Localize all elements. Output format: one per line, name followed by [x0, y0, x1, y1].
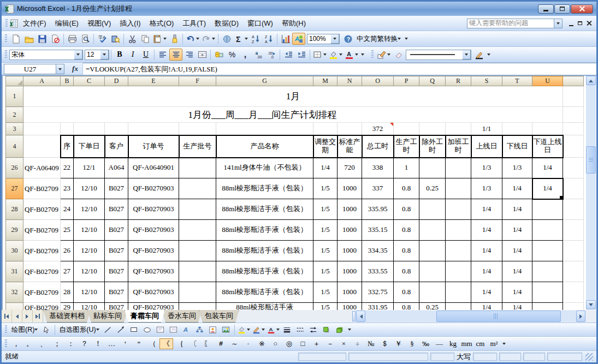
- cell[interactable]: [532, 241, 563, 261]
- horizontal-scrollbar[interactable]: [356, 311, 585, 322]
- cell[interactable]: 1/4: [502, 178, 532, 199]
- cell[interactable]: [74, 123, 105, 135]
- header-std-capacity[interactable]: 标准产能: [338, 135, 362, 158]
- menu-item[interactable]: 窗口(W): [243, 17, 277, 30]
- sheet-tab-packing-shop[interactable]: 包装车间: [199, 310, 239, 323]
- header-next-start[interactable]: 下道上线日: [532, 135, 563, 158]
- symbol-button[interactable]: ‘: [119, 338, 132, 349]
- autosum-button[interactable]: Σ: [233, 33, 249, 45]
- cell[interactable]: [394, 123, 419, 135]
- cell-stub[interactable]: [563, 282, 584, 303]
- cell-stub[interactable]: [563, 178, 584, 199]
- cell[interactable]: 720: [338, 158, 362, 178]
- draw-menu-button[interactable]: 绘图(R): [9, 324, 40, 336]
- cell-stub[interactable]: [563, 220, 584, 241]
- cell[interactable]: [446, 178, 471, 199]
- cell[interactable]: [446, 261, 471, 282]
- cell[interactable]: B027: [105, 199, 128, 220]
- cell[interactable]: 1000: [338, 178, 362, 199]
- symbol-button[interactable]: —: [433, 338, 446, 349]
- cell[interactable]: 1/4: [471, 220, 502, 241]
- cell[interactable]: 88ml棱形瓶洁手液: [216, 303, 313, 311]
- cell[interactable]: QF-B0270903: [128, 261, 179, 282]
- cell[interactable]: [532, 220, 563, 241]
- symbol-button[interactable]: mm: [460, 338, 473, 349]
- cell[interactable]: 1/5: [313, 220, 338, 241]
- workbook-minimize-icon[interactable]: [569, 25, 573, 26]
- symbol-button[interactable]: □: [296, 338, 310, 349]
- toolbar-grip[interactable]: [371, 50, 374, 59]
- cell[interactable]: QF-B0270903: [128, 178, 179, 199]
- cell-stub[interactable]: [563, 107, 584, 123]
- cell[interactable]: QF-B0270903: [128, 241, 179, 261]
- toolbar-options-button[interactable]: [359, 49, 366, 61]
- symbol-button[interactable]: ｛: [173, 338, 187, 349]
- vertical-scroll-track[interactable]: [586, 85, 596, 300]
- row-header-29[interactable]: 29: [6, 220, 23, 241]
- toolbar-options-button[interactable]: [403, 33, 410, 45]
- cell[interactable]: B027: [105, 178, 128, 199]
- symbol-button[interactable]: 、: [37, 338, 50, 349]
- symbol-button[interactable]: （: [146, 338, 159, 349]
- column-header-u-selected[interactable]: U: [532, 76, 563, 86]
- fill-color-button[interactable]: [236, 324, 251, 336]
- symbol-button-pressed[interactable]: 《: [159, 338, 173, 349]
- cell[interactable]: 1000: [338, 282, 362, 303]
- cell[interactable]: 1000: [338, 199, 362, 220]
- column-header-t[interactable]: T: [502, 76, 532, 86]
- menu-item[interactable]: 编辑(E): [51, 17, 83, 30]
- cell[interactable]: 0.8: [394, 303, 419, 311]
- comma-style-button[interactable]: ,: [239, 49, 252, 61]
- symbol-button[interactable]: “: [132, 338, 146, 349]
- cell[interactable]: QF-B02709: [23, 282, 61, 303]
- diagram-button[interactable]: [193, 324, 206, 336]
- column-header-e[interactable]: E: [128, 76, 179, 86]
- font-color-button[interactable]: A: [266, 324, 281, 336]
- cell[interactable]: [179, 303, 216, 311]
- cell-stub[interactable]: [563, 123, 584, 135]
- cell[interactable]: 1/5: [313, 178, 338, 199]
- selected-cell-u27[interactable]: 1/4: [532, 178, 563, 199]
- header-ot-hours[interactable]: 加班工时: [446, 135, 471, 158]
- copy-button[interactable]: [139, 33, 152, 45]
- cell[interactable]: 335.15: [362, 220, 394, 241]
- cell[interactable]: 88ml棱形瓶洁手液（包装）: [216, 241, 313, 261]
- currency-button[interactable]: [212, 49, 226, 61]
- toolbar-options-button[interactable]: [346, 324, 353, 336]
- cell[interactable]: [446, 282, 471, 303]
- symbol-button[interactable]: ÷: [351, 338, 364, 349]
- clip-art-button[interactable]: [206, 324, 220, 336]
- align-center-button[interactable]: [169, 49, 182, 61]
- borders-button[interactable]: [312, 49, 328, 61]
- cell[interactable]: 26: [61, 241, 74, 261]
- symbol-button[interactable]: ·: [241, 338, 255, 349]
- symbol-button[interactable]: №: [364, 338, 378, 349]
- cell-stub[interactable]: [563, 199, 584, 220]
- cell[interactable]: [338, 123, 362, 135]
- cell[interactable]: 88ml棱形瓶洁手液（包装）: [216, 261, 313, 282]
- cell[interactable]: [532, 199, 563, 220]
- cell[interactable]: 1/4: [471, 282, 502, 303]
- cell[interactable]: 88ml棱形瓶洁手液（包装）: [216, 220, 313, 241]
- symbol-button[interactable]: ‰: [419, 338, 433, 349]
- row-header-4[interactable]: 4: [6, 135, 23, 158]
- cell[interactable]: 1/4: [471, 241, 502, 261]
- permission-button[interactable]: [49, 33, 62, 45]
- cell[interactable]: [419, 220, 446, 241]
- rectangle-button[interactable]: [128, 324, 141, 336]
- scroll-left-button[interactable]: [356, 311, 365, 322]
- cell[interactable]: 1/3: [502, 158, 532, 178]
- bold-button[interactable]: B: [113, 49, 126, 61]
- help-search-dropdown[interactable]: [554, 19, 563, 28]
- header-prod-hours[interactable]: 生产工时: [394, 135, 419, 158]
- cell[interactable]: 332.75: [362, 282, 394, 303]
- row-header-32[interactable]: 32: [6, 282, 23, 303]
- cell-stub[interactable]: [563, 158, 584, 178]
- autoshapes-button[interactable]: 自选图形(U): [57, 324, 101, 336]
- symbol-button[interactable]: m²: [487, 338, 501, 349]
- italic-button[interactable]: I: [126, 49, 139, 61]
- hyperlink-button[interactable]: [220, 33, 233, 45]
- cell[interactable]: 0.8: [394, 178, 419, 199]
- symbol-button[interactable]: kg: [446, 338, 460, 349]
- close-button[interactable]: [571, 4, 593, 14]
